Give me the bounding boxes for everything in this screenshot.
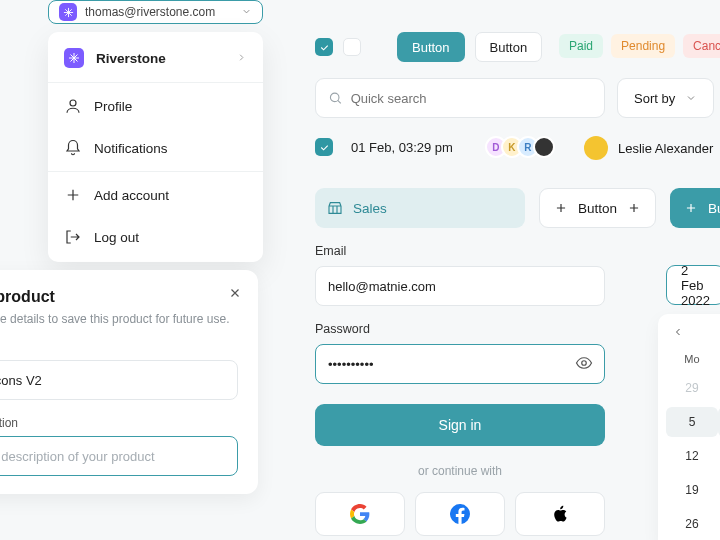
- user-icon: [64, 97, 82, 115]
- logout-icon: [64, 228, 82, 246]
- avatar: [533, 136, 555, 158]
- row-checkbox[interactable]: [315, 138, 333, 156]
- search-box[interactable]: [315, 78, 605, 118]
- or-divider: or continue with: [315, 464, 605, 478]
- calendar-day[interactable]: 5: [666, 407, 718, 437]
- calendar-nav: F: [666, 324, 720, 349]
- divider: [48, 171, 263, 172]
- product-description-input[interactable]: [0, 436, 238, 476]
- calendar-day[interactable]: 19: [666, 475, 718, 505]
- social-buttons: [315, 492, 605, 536]
- dropdown-logout[interactable]: Log out: [48, 216, 263, 258]
- org-icon: [59, 3, 77, 21]
- org-icon: [64, 48, 84, 68]
- badge-paid: Paid: [559, 34, 603, 58]
- calendar-grid: Mo Tu 29 30 5 6 12 13 19 20 26 27: [666, 349, 720, 539]
- search-icon: [328, 90, 343, 106]
- password-label: Password: [315, 322, 605, 336]
- svg-point-0: [70, 100, 76, 106]
- facebook-button[interactable]: [415, 492, 505, 536]
- add-button-outline[interactable]: Button: [539, 188, 656, 228]
- sort-label: Sort by: [634, 91, 675, 106]
- user-avatar: [584, 136, 608, 160]
- row-timestamp: 01 Feb, 03:29 pm: [351, 140, 453, 155]
- primary-button[interactable]: Button: [397, 32, 465, 62]
- google-button[interactable]: [315, 492, 405, 536]
- account-selector[interactable]: thomas@riverstone.com: [48, 0, 263, 24]
- sales-label: Sales: [353, 201, 387, 216]
- calendar-day[interactable]: 29: [666, 373, 718, 403]
- chevron-down-icon: [241, 3, 252, 21]
- product-name-input[interactable]: [0, 360, 238, 400]
- modal-title: New product: [0, 288, 238, 306]
- account-email: thomas@riverstone.com: [85, 5, 215, 19]
- search-row: Sort by: [315, 78, 714, 118]
- checkbox-unchecked[interactable]: [343, 38, 361, 56]
- dropdown-notifications[interactable]: Notifications: [48, 127, 263, 169]
- sales-row: Sales Button Button: [315, 188, 720, 228]
- email-input[interactable]: [315, 266, 605, 306]
- checkbox-checked[interactable]: [315, 38, 333, 56]
- dropdown-org[interactable]: Riverstone: [48, 36, 263, 80]
- user-block: Leslie Alexander: [584, 136, 713, 160]
- modal-subtitle: Enter the details to save this product f…: [0, 312, 238, 326]
- badge-pending: Pending: [611, 34, 675, 58]
- svg-point-1: [330, 93, 339, 102]
- notifications-label: Notifications: [94, 141, 168, 156]
- date-input[interactable]: 2 Feb 2022: [666, 265, 720, 305]
- secondary-button[interactable]: Button: [475, 32, 543, 62]
- day-header: Mo: [666, 349, 718, 369]
- dropdown-profile[interactable]: Profile: [48, 85, 263, 127]
- eye-icon[interactable]: [575, 354, 593, 372]
- badge-cancelled: Cancelled: [683, 34, 720, 58]
- new-product-modal: New product Enter the details to save th…: [0, 270, 258, 494]
- date-value: 2 Feb 2022: [681, 263, 710, 308]
- description-label: Description: [0, 416, 238, 430]
- add-button-primary[interactable]: Button: [670, 188, 720, 228]
- avatar-stack: D K R: [491, 136, 555, 158]
- apple-button[interactable]: [515, 492, 605, 536]
- add-account-label: Add account: [94, 188, 169, 203]
- sort-button[interactable]: Sort by: [617, 78, 714, 118]
- chevron-down-icon: [685, 92, 697, 104]
- org-name: Riverstone: [96, 51, 166, 66]
- plus-icon: [64, 186, 82, 204]
- add-label: Button: [708, 201, 720, 216]
- chevron-left-icon[interactable]: [672, 326, 684, 338]
- plus-icon: [684, 201, 698, 215]
- email-label: Email: [315, 244, 605, 258]
- plus-icon: [554, 201, 568, 215]
- plus-icon: [627, 201, 641, 215]
- dropdown-add-account[interactable]: Add account: [48, 174, 263, 216]
- profile-label: Profile: [94, 99, 132, 114]
- user-name: Leslie Alexander: [618, 141, 713, 156]
- logout-label: Log out: [94, 230, 139, 245]
- svg-point-2: [582, 361, 587, 366]
- close-icon[interactable]: [228, 286, 242, 304]
- signin-form: Email Password Sign in or continue with: [315, 244, 605, 536]
- chevron-right-icon: [236, 51, 247, 66]
- signin-button[interactable]: Sign in: [315, 404, 605, 446]
- calendar-day[interactable]: 26: [666, 509, 718, 539]
- search-input[interactable]: [351, 91, 592, 106]
- divider: [48, 82, 263, 83]
- calendar: F Mo Tu 29 30 5 6 12 13 19 20 26 27: [658, 314, 720, 540]
- account-dropdown: Riverstone Profile Notifications Add acc…: [48, 32, 263, 262]
- calendar-day[interactable]: 12: [666, 441, 718, 471]
- store-icon: [327, 200, 343, 216]
- top-controls: Button Button: [315, 32, 542, 62]
- sales-chip[interactable]: Sales: [315, 188, 525, 228]
- add-label: Button: [578, 201, 617, 216]
- password-input[interactable]: [315, 344, 605, 384]
- bell-icon: [64, 139, 82, 157]
- status-badges: Paid Pending Cancelled: [559, 34, 720, 58]
